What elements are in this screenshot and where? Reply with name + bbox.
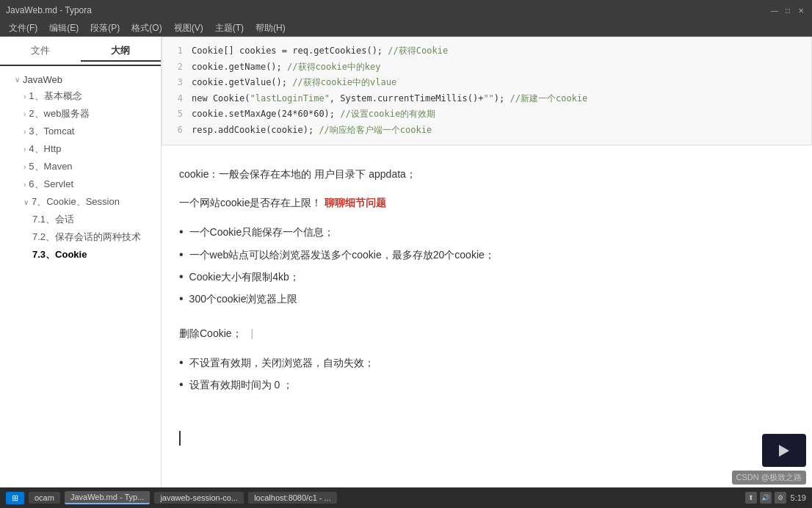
sidebar-item-http[interactable]: › 4、Http <box>0 140 161 158</box>
menu-edit[interactable]: 编辑(E) <box>43 21 84 36</box>
chevron-right-icon: › <box>23 92 26 101</box>
menu-file[interactable]: 文件(F) <box>3 21 43 36</box>
code-line-4: 4 new Cookie("lastLoginTime", System.cur… <box>171 91 802 107</box>
line-number: 6 <box>171 123 183 139</box>
chevron-right-icon: › <box>23 163 26 171</box>
sidebar-item-session-tech[interactable]: 7.2、保存会话的两种技术 <box>0 228 161 246</box>
sidebar-item-maven[interactable]: › 5、Maven <box>0 158 161 175</box>
cookie-limits-list: 一个Cookie只能保存一个信息； 一个web站点可以给浏览器发送多个cooki… <box>179 221 794 311</box>
sidebar-item-cookie[interactable]: 7.3、Cookie <box>0 246 161 264</box>
cursor-indicator: | <box>250 327 253 339</box>
minimize-button[interactable]: — <box>769 5 780 15</box>
code-line-5: 5 cookie.setMaxAge(24*60*60); //设置cookie… <box>171 106 802 123</box>
sidebar-item-session[interactable]: 7.1、会话 <box>0 211 161 228</box>
tab-file[interactable]: 文件 <box>0 41 81 60</box>
code-line-3: 3 cookie.getValue(); //获得cookie中的vlaue <box>171 75 802 91</box>
list-item: 设置有效期时间为 0 ； <box>179 374 794 396</box>
delete-cookie-title: 删除Cookie； | <box>179 325 794 343</box>
taskbar-javaweb[interactable]: javaweb-session-co... <box>154 492 244 504</box>
tab-outline[interactable]: 大纲 <box>81 41 162 62</box>
title-bar: JavaWeb.md - Typora — □ ✕ <box>0 0 812 21</box>
cookie-storage-text: cookie：一般会保存在本地的 用户目录下 appdata； <box>179 168 416 180</box>
main-layout: 文件 大纲 ∨ JavaWeb › 1、基本概念 › 2、web服务器 › 3、… <box>0 37 812 487</box>
sidebar-item-cookie-session[interactable]: ∨ 7、Cookie、Session <box>0 193 161 211</box>
menu-format[interactable]: 格式(O) <box>126 21 167 36</box>
menu-help[interactable]: 帮助(H) <box>250 21 291 36</box>
code-line-2: 2 cookie.getName(); //获得cookie中的key <box>171 59 802 76</box>
sidebar-item-label: 7、Cookie、Session <box>32 195 120 208</box>
sidebar-item-label: 7.2、保存会话的两种技术 <box>32 231 141 244</box>
line-number: 4 <box>171 91 183 107</box>
tray-icons: ⬆ 🔊 ⚙ <box>745 492 786 504</box>
taskbar: ⊞ ocam JavaWeb.md - Typ... javaweb-sessi… <box>0 487 812 508</box>
chevron-right-icon: › <box>23 145 26 153</box>
chevron-down-icon: ∨ <box>23 198 29 206</box>
code-content: cookie.getValue(); //获得cookie中的vlaue <box>192 75 396 91</box>
tray-icon-2: 🔊 <box>760 492 772 504</box>
line-number: 2 <box>171 59 183 76</box>
sidebar-item-label: 3、Tomcat <box>29 125 74 138</box>
list-item: 不设置有效期，关闭浏览器，自动失效； <box>179 352 794 374</box>
code-content: new Cookie("lastLoginTime", System.curre… <box>192 91 587 107</box>
title-bar-left: JavaWeb.md - Typora <box>6 5 92 15</box>
sidebar: 文件 大纲 ∨ JavaWeb › 1、基本概念 › 2、web服务器 › 3、… <box>0 37 162 487</box>
play-icon <box>779 445 789 457</box>
delete-cookie-list: 不设置有效期，关闭浏览器，自动失效； 设置有效期时间为 0 ； <box>179 352 794 396</box>
delete-cookie-text: 删除Cookie； <box>179 327 242 339</box>
sidebar-item-label: 7.3、Cookie <box>32 248 87 261</box>
taskbar-localhost[interactable]: localhost:8080/c1 - ... <box>248 492 337 504</box>
list-item: Cookie大小有限制4kb； <box>179 266 794 288</box>
sidebar-item-webserver[interactable]: › 2、web服务器 <box>0 105 161 123</box>
system-tray: ⬆ 🔊 ⚙ 5:19 <box>745 492 806 504</box>
sidebar-item-label: 6、Servlet <box>29 178 73 191</box>
tray-icon-3: ⚙ <box>775 492 786 504</box>
time-display: 5:19 <box>791 493 806 502</box>
code-block: 1 Cookie[] cookies = req.getCookies(); /… <box>162 37 812 145</box>
start-button[interactable]: ⊞ <box>6 492 24 504</box>
list-item: 300个cookie浏览器上限 <box>179 288 794 310</box>
chevron-right-icon: › <box>23 110 26 118</box>
code-content: resp.addCookie(cookie); //响应给客户端一个cookie <box>192 123 432 139</box>
line-number: 3 <box>171 75 183 91</box>
sidebar-header: 文件 大纲 <box>0 37 161 66</box>
root-label: JavaWeb <box>23 74 62 85</box>
menu-theme[interactable]: 主题(T) <box>209 21 250 36</box>
menu-view[interactable]: 视图(V) <box>168 21 209 36</box>
limit-question-line: 一个网站cookie是否存在上限！ 聊聊细节问题 <box>179 195 794 212</box>
limit-question-text: 一个网站cookie是否存在上限！ <box>179 197 322 208</box>
sidebar-item-label: 5、Maven <box>29 160 72 173</box>
app-title: JavaWeb.md - Typora <box>6 5 92 15</box>
sidebar-item-servlet[interactable]: › 6、Servlet <box>0 175 161 193</box>
taskbar-ocam[interactable]: ocam <box>29 492 60 504</box>
sidebar-item-label: 7.1、会话 <box>32 213 74 226</box>
sidebar-item-label: 2、web服务器 <box>29 107 90 120</box>
sidebar-item-label: 4、Http <box>29 142 61 156</box>
content-body: cookie：一般会保存在本地的 用户目录下 appdata； 一个网站cook… <box>162 154 812 458</box>
code-line-6: 6 resp.addCookie(cookie); //响应给客户端一个cook… <box>171 123 802 139</box>
maximize-button[interactable]: □ <box>783 5 793 15</box>
cookie-storage-line: cookie：一般会保存在本地的 用户目录下 appdata； <box>179 166 794 184</box>
sidebar-item-basic[interactable]: › 1、基本概念 <box>0 87 161 105</box>
code-content: cookie.getName(); //获得cookie中的key <box>192 59 381 76</box>
text-cursor <box>179 431 181 446</box>
taskbar-items: ⊞ ocam JavaWeb.md - Typ... javaweb-sessi… <box>6 491 745 504</box>
limit-question-highlight: 聊聊细节问题 <box>325 197 386 208</box>
code-line-1: 1 Cookie[] cookies = req.getCookies(); /… <box>171 43 802 59</box>
chevron-right-icon: › <box>23 128 26 136</box>
sidebar-item-label: 1、基本概念 <box>29 90 81 103</box>
chevron-down-icon: ∨ <box>15 76 20 84</box>
sidebar-root[interactable]: ∨ JavaWeb <box>0 72 161 87</box>
menu-paragraph[interactable]: 段落(P) <box>84 21 126 36</box>
sidebar-item-tomcat[interactable]: › 3、Tomcat <box>0 123 161 140</box>
video-thumbnail[interactable] <box>762 434 806 467</box>
csdn-watermark: CSDN @极致之路 <box>732 471 806 485</box>
code-content: cookie.setMaxAge(24*60*60); //设置cookie的有… <box>192 106 435 123</box>
code-content: Cookie[] cookies = req.getCookies(); //获… <box>192 43 448 59</box>
line-number: 1 <box>171 43 183 59</box>
taskbar-typora[interactable]: JavaWeb.md - Typ... <box>65 491 150 504</box>
close-button[interactable]: ✕ <box>796 5 806 15</box>
title-bar-controls[interactable]: — □ ✕ <box>769 5 806 15</box>
line-number: 5 <box>171 106 183 123</box>
content-area: 1 Cookie[] cookies = req.getCookies(); /… <box>162 37 812 487</box>
list-item: 一个Cookie只能保存一个信息； <box>179 221 794 243</box>
